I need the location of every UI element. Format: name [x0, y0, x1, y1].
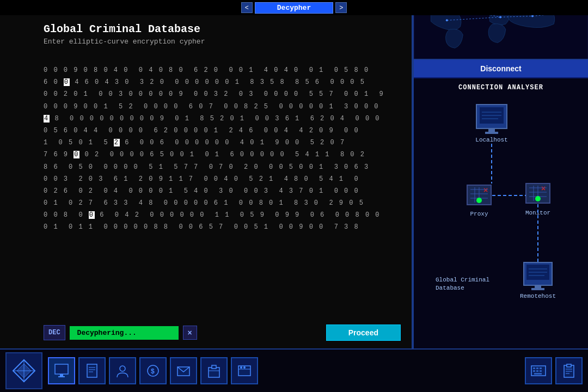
svg-rect-44 [531, 288, 544, 290]
svg-rect-56 [58, 376, 65, 377]
svg-rect-66 [212, 365, 216, 369]
decyphering-display: Decyphering... [70, 326, 179, 340]
taskbar-package-btn[interactable] [200, 357, 228, 384]
main-title: Global Criminal Database [0, 15, 412, 38]
close-button[interactable]: × [183, 326, 197, 340]
taskbar-tools-btn[interactable] [231, 357, 258, 384]
svg-rect-57 [87, 364, 97, 377]
svg-text:Database: Database [436, 285, 464, 291]
taskbar-logo [5, 352, 42, 389]
taskbar-email-btn[interactable] [170, 357, 197, 384]
taskbar-keyboard-btn[interactable] [525, 357, 552, 384]
proceed-button[interactable]: Proceed [326, 324, 401, 341]
svg-rect-12 [488, 128, 495, 132]
svg-point-61 [120, 366, 125, 371]
connection-diagram: Localhost × Proxy [419, 99, 584, 328]
svg-text:×: × [483, 186, 488, 194]
svg-text:Global Criminal: Global Criminal [436, 277, 489, 283]
taskbar-right [525, 357, 583, 384]
svg-rect-76 [533, 370, 535, 372]
logo-icon [10, 357, 38, 384]
matrix-container: 0 0 0 9 0 8 0 4 0 0 4 0 8 0 6 2 0 0 0 1 … [44, 64, 401, 316]
svg-text:Localhost: Localhost [475, 137, 507, 143]
taskbar-clipboard-btn[interactable] [555, 357, 583, 384]
svg-rect-55 [60, 374, 63, 376]
matrix-grid: 0 0 0 9 0 8 0 4 0 0 4 0 8 0 6 2 0 0 0 1 … [44, 64, 401, 234]
nav-left-arrow[interactable]: < [241, 2, 253, 13]
svg-rect-13 [485, 132, 498, 134]
svg-text:$: $ [151, 367, 155, 375]
right-panel: Disconnect CONNECTION ANALYSER Localhost [413, 0, 588, 348]
svg-rect-54 [55, 364, 68, 374]
svg-rect-79 [534, 373, 542, 375]
taskbar-money-btn[interactable]: $ [139, 357, 167, 384]
taskbar-user-btn[interactable] [109, 357, 136, 384]
svg-rect-73 [533, 367, 535, 369]
svg-rect-43 [535, 285, 541, 288]
svg-rect-77 [536, 370, 538, 372]
taskbar-computer-btn[interactable] [48, 357, 75, 384]
nav-label: Decypher [255, 2, 333, 14]
connection-analyser: CONNECTION ANALYSER Localhost [414, 78, 588, 336]
svg-rect-81 [567, 364, 571, 367]
svg-text:Proxy: Proxy [470, 211, 488, 217]
svg-point-71 [243, 366, 246, 369]
svg-rect-78 [540, 370, 542, 372]
svg-text:×: × [541, 184, 546, 193]
top-nav: < Decypher > [0, 0, 588, 15]
main-panel: Global Criminal Database Enter elliptic-… [0, 15, 413, 348]
taskbar: $ [0, 348, 588, 392]
svg-point-26 [476, 198, 482, 203]
svg-text:Remotehost: Remotehost [520, 293, 556, 299]
svg-point-70 [240, 366, 242, 369]
svg-point-35 [535, 196, 541, 201]
taskbar-document-btn[interactable] [78, 357, 106, 384]
disconnect-button[interactable]: Disconnect [414, 60, 588, 78]
dec-label: DEC [44, 325, 65, 340]
nav-right-arrow[interactable]: > [335, 2, 347, 13]
svg-rect-74 [536, 367, 538, 369]
main-subtitle: Enter elliptic-curve encryption cypher [0, 38, 412, 51]
svg-rect-75 [540, 367, 542, 369]
conn-analyser-title: CONNECTION ANALYSER [419, 84, 583, 91]
decypher-bar: DEC Decyphering... × Proceed [44, 324, 401, 341]
